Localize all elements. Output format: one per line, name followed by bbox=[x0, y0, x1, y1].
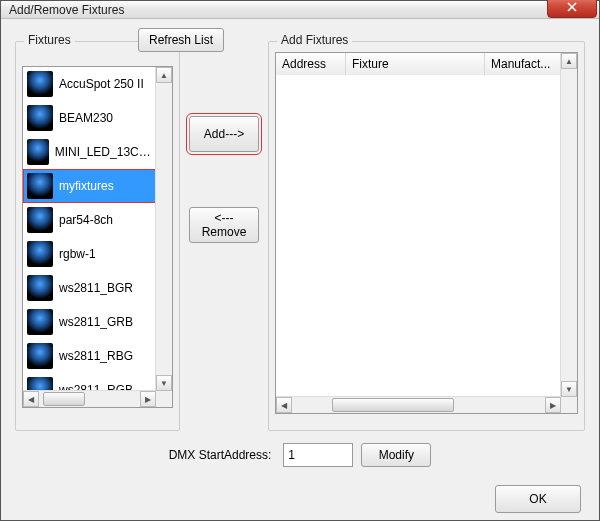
scroll-up-icon[interactable]: ▲ bbox=[156, 67, 172, 83]
remove-button[interactable]: <---Remove bbox=[189, 207, 259, 243]
list-item-label: AccuSpot 250 II bbox=[59, 77, 144, 91]
close-button[interactable] bbox=[547, 0, 597, 18]
list-item-label: rgbw-1 bbox=[59, 247, 96, 261]
scroll-left-icon[interactable]: ◀ bbox=[23, 391, 39, 407]
scrollbar-horizontal[interactable]: ◀ ▶ bbox=[23, 390, 156, 407]
dmx-start-address-label: DMX StartAddress: bbox=[169, 448, 272, 462]
list-item-label: ws2811_RBG bbox=[59, 349, 133, 363]
fixture-icon bbox=[27, 71, 53, 97]
dialog-content: Fixtures Refresh List AccuSpot 250 IIBEA… bbox=[1, 19, 599, 431]
dialog-footer: DMX StartAddress: Modify OK bbox=[1, 431, 599, 521]
list-item[interactable]: MINI_LED_13CH摇头 bbox=[23, 135, 156, 169]
list-item-label: ws2811_GRB bbox=[59, 315, 133, 329]
added-fixtures-table[interactable]: Address Fixture Manufact... ▲ ▼ ◀ ▶ bbox=[275, 52, 578, 414]
list-item-label: MINI_LED_13CH摇头 bbox=[55, 144, 152, 161]
column-header-address[interactable]: Address bbox=[276, 53, 346, 75]
fixture-icon bbox=[27, 377, 53, 391]
scrollbar-vertical[interactable]: ▲ ▼ bbox=[155, 67, 172, 391]
fixture-icon bbox=[27, 241, 53, 267]
fixture-icon bbox=[27, 173, 53, 199]
window-title: Add/Remove Fixtures bbox=[9, 3, 547, 17]
titlebar: Add/Remove Fixtures bbox=[1, 1, 599, 19]
fixture-icon bbox=[27, 207, 53, 233]
table-header-row: Address Fixture Manufact... bbox=[276, 53, 561, 76]
fixtures-list[interactable]: AccuSpot 250 IIBEAM230MINI_LED_13CH摇头myf… bbox=[22, 66, 173, 408]
add-button[interactable]: Add---> bbox=[189, 116, 259, 152]
list-item[interactable]: ws2811_GRB bbox=[23, 305, 156, 339]
list-item[interactable]: ws2811_BGR bbox=[23, 271, 156, 305]
fixture-icon bbox=[27, 343, 53, 369]
fixtures-group: Fixtures Refresh List AccuSpot 250 IIBEA… bbox=[15, 41, 180, 431]
table-body bbox=[276, 75, 561, 397]
dmx-start-address-input[interactable] bbox=[283, 443, 353, 467]
scrollbar-horizontal[interactable]: ◀ ▶ bbox=[276, 396, 561, 413]
ok-button[interactable]: OK bbox=[495, 485, 581, 513]
column-header-manufacturer[interactable]: Manufact... bbox=[485, 53, 561, 75]
add-remove-fixtures-dialog: Add/Remove Fixtures Fixtures Refresh Lis… bbox=[0, 0, 600, 521]
list-item-label: par54-8ch bbox=[59, 213, 113, 227]
scroll-thumb[interactable] bbox=[332, 398, 454, 412]
scroll-up-icon[interactable]: ▲ bbox=[561, 53, 577, 69]
scroll-down-icon[interactable]: ▼ bbox=[561, 381, 577, 397]
scrollbar-vertical[interactable]: ▲ ▼ bbox=[560, 53, 577, 397]
fixture-icon bbox=[27, 139, 49, 165]
fixture-icon bbox=[27, 275, 53, 301]
column-header-fixture[interactable]: Fixture bbox=[346, 53, 485, 75]
list-item[interactable]: AccuSpot 250 II bbox=[23, 67, 156, 101]
transfer-buttons: Add---> <---Remove bbox=[184, 41, 264, 431]
refresh-list-button[interactable]: Refresh List bbox=[138, 28, 224, 52]
list-item-label: myfixtures bbox=[59, 179, 114, 193]
list-item[interactable]: ws2811_RBG bbox=[23, 339, 156, 373]
scroll-right-icon[interactable]: ▶ bbox=[140, 391, 156, 407]
scroll-right-icon[interactable]: ▶ bbox=[545, 397, 561, 413]
list-item-label: ws2811_BGR bbox=[59, 281, 133, 295]
list-item[interactable]: BEAM230 bbox=[23, 101, 156, 135]
scroll-down-icon[interactable]: ▼ bbox=[156, 375, 172, 391]
fixture-icon bbox=[27, 309, 53, 335]
fixtures-group-label: Fixtures bbox=[24, 33, 75, 47]
close-icon bbox=[567, 2, 577, 12]
add-fixtures-group-label: Add Fixtures bbox=[277, 33, 352, 47]
dmx-address-row: DMX StartAddress: Modify bbox=[19, 443, 581, 467]
scroll-thumb[interactable] bbox=[43, 392, 85, 406]
list-item[interactable]: rgbw-1 bbox=[23, 237, 156, 271]
list-item-label: BEAM230 bbox=[59, 111, 113, 125]
add-fixtures-group: Add Fixtures Address Fixture Manufact...… bbox=[268, 41, 585, 431]
list-item[interactable]: par54-8ch bbox=[23, 203, 156, 237]
fixture-icon bbox=[27, 105, 53, 131]
scroll-left-icon[interactable]: ◀ bbox=[276, 397, 292, 413]
list-item[interactable]: ws2811_RGB bbox=[23, 373, 156, 391]
list-item[interactable]: myfixtures bbox=[23, 169, 156, 203]
modify-button[interactable]: Modify bbox=[361, 443, 431, 467]
